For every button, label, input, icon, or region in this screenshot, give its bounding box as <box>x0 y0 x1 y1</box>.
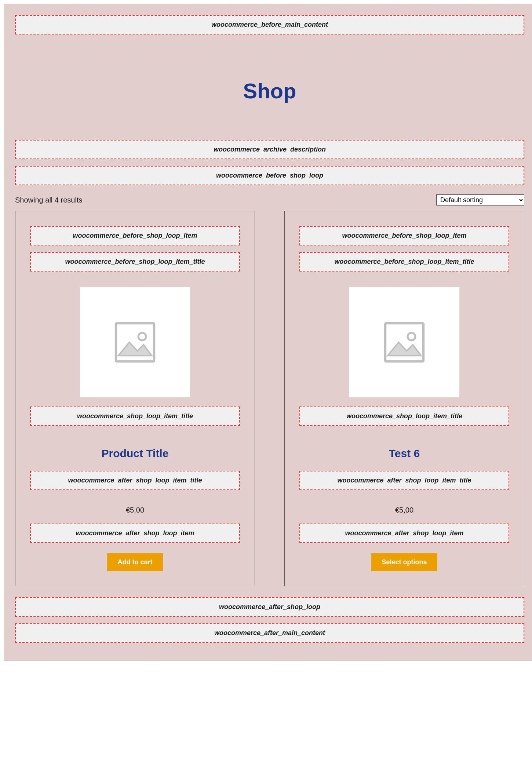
hook-label: woocommerce_before_shop_loop_item_title <box>65 258 205 265</box>
product-title[interactable]: Product Title <box>102 447 169 460</box>
product-card: woocommerce_before_shop_loop_item woocom… <box>284 211 524 586</box>
product-image-placeholder[interactable] <box>349 287 459 397</box>
svg-point-1 <box>138 333 146 340</box>
hook-label: woocommerce_shop_loop_item_title <box>346 412 462 420</box>
hook-label: woocommerce_after_shop_loop_item_title <box>68 477 202 484</box>
shop-toolbar: Showing all 4 results Default sorting <box>15 194 524 205</box>
hook-label: woocommerce_before_shop_loop_item <box>342 232 466 239</box>
hook-before-main-content: woocommerce_before_main_content <box>15 15 524 34</box>
hook-after-shop-loop-item: woocommerce_after_shop_loop_item <box>299 524 509 543</box>
add-to-cart-button[interactable]: Add to cart <box>107 553 163 571</box>
products-grid: woocommerce_before_shop_loop_item woocom… <box>15 211 524 586</box>
hook-after-shop-loop-item-title: woocommerce_after_shop_loop_item_title <box>299 471 509 490</box>
hook-before-shop-loop-item-title: woocommerce_before_shop_loop_item_title <box>30 252 240 272</box>
hook-after-shop-loop-item: woocommerce_after_shop_loop_item <box>30 524 240 543</box>
hook-after-main-content: woocommerce_after_main_content <box>15 623 524 643</box>
image-placeholder-icon <box>380 318 428 366</box>
hook-label: woocommerce_shop_loop_item_title <box>77 412 193 420</box>
select-options-button[interactable]: Select options <box>371 553 437 571</box>
product-price: €5,00 <box>395 506 413 514</box>
hook-shop-loop-item-title: woocommerce_shop_loop_item_title <box>299 407 509 426</box>
hook-archive-description: woocommerce_archive_description <box>15 140 524 159</box>
shop-archive-page: woocommerce_before_main_content Shop woo… <box>4 4 532 661</box>
hook-after-shop-loop-item-title: woocommerce_after_shop_loop_item_title <box>30 471 240 490</box>
hook-before-shop-loop: woocommerce_before_shop_loop <box>15 166 524 185</box>
hook-label: woocommerce_after_shop_loop <box>219 603 320 611</box>
hook-before-shop-loop-item-title: woocommerce_before_shop_loop_item_title <box>299 252 509 272</box>
hook-label: woocommerce_after_shop_loop_item <box>76 529 194 537</box>
hook-before-shop-loop-item: woocommerce_before_shop_loop_item <box>30 226 240 245</box>
product-image-placeholder[interactable] <box>80 287 190 397</box>
hook-label: woocommerce_after_main_content <box>214 629 325 637</box>
result-count: Showing all 4 results <box>15 196 82 204</box>
hook-shop-loop-item-title: woocommerce_shop_loop_item_title <box>30 407 240 426</box>
svg-point-3 <box>408 333 415 340</box>
hook-label: woocommerce_before_shop_loop_item_title <box>334 258 474 265</box>
hook-before-shop-loop-item: woocommerce_before_shop_loop_item <box>299 226 509 245</box>
hook-after-shop-loop: woocommerce_after_shop_loop <box>15 597 524 617</box>
product-title[interactable]: Test 6 <box>389 447 420 460</box>
hook-label: woocommerce_before_main_content <box>211 21 328 28</box>
page-title: Shop <box>15 79 524 103</box>
sort-select[interactable]: Default sorting <box>436 194 524 205</box>
product-card: woocommerce_before_shop_loop_item woocom… <box>15 211 255 586</box>
hook-label: woocommerce_after_shop_loop_item_title <box>337 477 471 484</box>
hook-label: woocommerce_before_shop_loop <box>216 172 323 179</box>
product-price: €5,00 <box>126 506 144 514</box>
hook-label: woocommerce_archive_description <box>214 146 326 153</box>
hook-label: woocommerce_after_shop_loop_item <box>345 529 463 537</box>
image-placeholder-icon <box>111 318 159 366</box>
hook-label: woocommerce_before_shop_loop_item <box>73 232 197 239</box>
